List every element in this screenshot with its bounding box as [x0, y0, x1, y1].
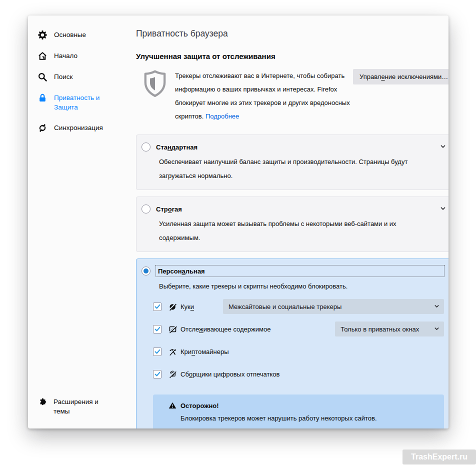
tracking-protection-description: Трекеры отслеживают вас в Интернете, что…	[175, 69, 353, 123]
tracking-content-label: Отслеживающее содержимое	[180, 326, 270, 333]
sidebar-item-label: Расширения и темы	[54, 397, 114, 416]
option-strict-header[interactable]: Строгая	[142, 204, 446, 214]
tracking-protection-section-title: Улучшенная защита от отслеживания	[136, 52, 448, 60]
cookies-row: Куки Межсайтовые и социальные трекеры	[153, 299, 444, 314]
cookie-icon	[168, 302, 177, 311]
manage-exceptions-button[interactable]: Управление исключениями…	[353, 69, 448, 84]
caution-line-2: Перезагрузите страницу с трекерами, чтоб…	[180, 426, 436, 429]
caution-message-box: Осторожно! Блокировка трекеров может нар…	[153, 394, 444, 428]
tracking-protection-intro: Трекеры отслеживают вас в Интернете, что…	[136, 69, 448, 123]
page-title: Приватность браузера	[136, 28, 448, 39]
fingerprinters-row: Сборщики цифровых отпечатков	[153, 366, 444, 382]
option-strict-description: Усиленная защита может вызывать проблемы…	[159, 217, 422, 245]
sidebar-item-search[interactable]: Поиск	[28, 66, 136, 88]
protection-level-options: Стандартная Обеспечивает наилучший балан…	[136, 134, 448, 428]
custom-blocklist-rows: Куки Межсайтовые и социальные трекеры	[153, 299, 444, 382]
caution-title: Осторожно!	[180, 402, 219, 410]
cookies-checkbox[interactable]	[153, 302, 162, 311]
sync-icon	[38, 123, 48, 133]
option-strict: Строгая Усиленная защита может вызывать …	[136, 196, 448, 252]
sidebar-item-sync[interactable]: Синхронизация	[28, 118, 136, 138]
screenshot: Основные Начало Поиск	[0, 0, 476, 467]
warning-icon	[168, 402, 176, 410]
cryptominers-row: Криптомайнеры	[153, 344, 444, 359]
option-custom-description: Выберите, какие трекеры и скрипты необхо…	[159, 282, 422, 292]
tracking-content-icon	[168, 325, 177, 334]
chevron-down-icon[interactable]	[440, 205, 446, 212]
option-standard-header[interactable]: Стандартная	[142, 142, 446, 152]
option-custom-title: Персональная	[158, 268, 205, 275]
option-strict-title: Строгая	[156, 206, 182, 213]
radio-custom-selected[interactable]	[142, 266, 150, 276]
lock-icon	[38, 93, 48, 103]
fingerprinters-label: Сборщики цифровых отпечатков	[180, 370, 280, 378]
cookies-label: Куки	[180, 303, 223, 310]
watermark: TrashExpert.ru	[402, 450, 476, 464]
tracking-content-checkbox[interactable]	[153, 325, 162, 334]
puzzle-icon	[38, 398, 47, 406]
option-standard-title: Стандартная	[156, 144, 198, 151]
tracking-content-dropdown[interactable]: Только в приватных окнах	[335, 322, 444, 336]
cryptominer-icon	[168, 348, 177, 356]
shield-icon	[142, 70, 168, 99]
sidebar-item-label: Поиск	[54, 72, 115, 82]
cryptominers-label: Криптомайнеры	[180, 348, 229, 356]
option-custom-header[interactable]: Персональная	[142, 266, 444, 276]
sidebar-item-label: Начало	[54, 51, 115, 60]
chevron-down-icon[interactable]	[440, 143, 446, 150]
fingerprinters-checkbox[interactable]	[153, 370, 162, 378]
firefox-preferences-window: Основные Начало Поиск	[28, 16, 448, 428]
search-icon	[38, 72, 48, 82]
privacy-settings-pane: Приватность браузера Улучшенная защита о…	[136, 16, 448, 428]
caution-line-1: Блокировка трекеров может нарушить работ…	[180, 412, 436, 426]
home-icon	[38, 51, 48, 61]
cookies-dropdown[interactable]: Межсайтовые и социальные трекеры	[223, 299, 444, 314]
sidebar-item-label: Синхронизация	[54, 123, 115, 132]
option-custom: Персональная Выберите, какие трекеры и с…	[136, 258, 448, 428]
radio-standard[interactable]	[142, 142, 150, 152]
settings-sidebar: Основные Начало Поиск	[28, 16, 136, 428]
sidebar-item-label: Приватность и Защита	[54, 93, 115, 112]
gear-icon	[38, 30, 48, 40]
radio-strict[interactable]	[142, 204, 150, 214]
sidebar-item-extensions[interactable]: Расширения и темы	[28, 392, 136, 422]
learn-more-link[interactable]: Подробнее	[206, 112, 239, 120]
chevron-down-icon	[434, 326, 440, 332]
sidebar-item-home[interactable]: Начало	[28, 46, 136, 66]
option-standard: Стандартная Обеспечивает наилучший балан…	[136, 134, 448, 190]
cryptominers-checkbox[interactable]	[153, 348, 162, 356]
tracking-content-row: Отслеживающее содержимое Только в приват…	[153, 322, 444, 336]
sidebar-item-label: Основные	[54, 30, 115, 40]
sidebar-item-privacy[interactable]: Приватность и Защита	[28, 88, 136, 118]
sidebar-item-general[interactable]: Основные	[28, 24, 136, 46]
option-standard-description: Обеспечивает наилучший баланс защиты и п…	[159, 155, 422, 183]
chevron-down-icon	[434, 303, 440, 310]
fingerprinter-icon	[168, 370, 177, 378]
